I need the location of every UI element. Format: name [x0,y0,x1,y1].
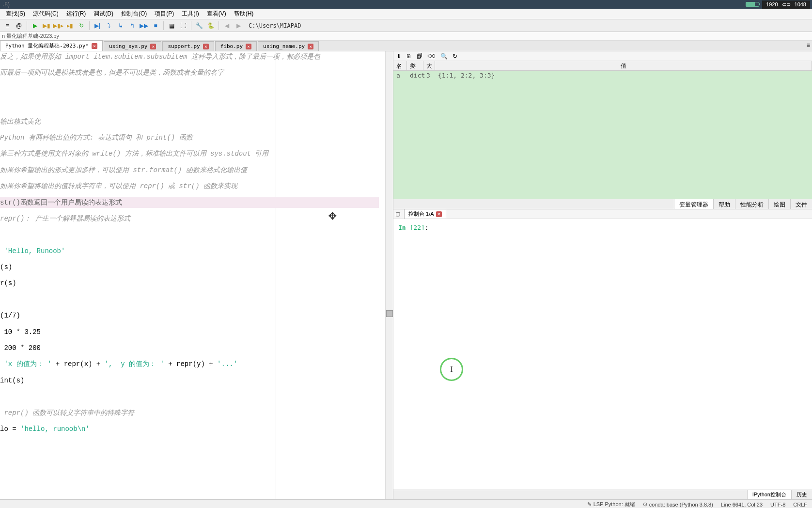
clear-icon[interactable]: ⌫ [427,53,436,60]
settings-icon[interactable]: 🔧 [194,20,204,31]
fullscreen-icon[interactable]: ⛶ [178,20,188,31]
close-icon[interactable]: ✕ [246,44,251,49]
tab-fibo[interactable]: fibo.py ✕ [215,41,257,51]
menubar: 查找(S) 源代码(C) 运行(R) 调试(D) 控制台(O) 项目(P) 工具… [0,9,812,19]
code-editor[interactable]: 反之，如果使用形如 import item.subitem.subsubitem… [0,51,393,499]
tab-ipython[interactable]: IPython控制台 [747,490,791,499]
close-icon[interactable]: ✕ [92,43,97,49]
tab-label: Python 量化编程基础-2023.py* [5,42,89,49]
console-options-icon[interactable]: ▢ [395,211,402,218]
tab-plots[interactable]: 绘图 [768,199,790,209]
tab-label: using_sys.py [109,43,147,49]
menu-help[interactable]: 帮助(H) [230,9,258,19]
tab-label: using_name.py [263,43,305,49]
search-icon[interactable]: 🔍 [440,53,448,60]
status-eol[interactable]: CRLF [793,502,807,508]
res-w: 1920 [766,1,778,7]
save-icon[interactable]: 🗎 [406,53,412,60]
prompt-num: [22] [409,224,424,231]
close-icon[interactable]: ✕ [436,211,442,217]
menu-console[interactable]: 控制台(O) [117,9,151,19]
run-cell-icon[interactable]: ▶▮ [41,20,52,31]
debug-step-icon[interactable]: ▶| [92,20,103,31]
run-icon[interactable]: ▶ [30,20,40,31]
col-type[interactable]: 类型 [407,61,423,70]
titlebar-text: .8) [3,1,10,8]
close-icon[interactable]: ✕ [150,44,156,49]
outline-icon[interactable]: ≡ [2,20,13,31]
tab-using-sys[interactable]: using_sys.py ✕ [104,41,161,51]
statusbar: ✎LSP Python: 就绪 ⊙conda: base (Python 3.8… [0,499,812,508]
editor-pane: 反之，如果使用形如 import item.subitem.subsubitem… [0,51,393,499]
prompt-in: In [398,224,409,231]
close-icon[interactable]: ✕ [203,44,209,49]
save-as-icon[interactable]: 🗐 [417,53,422,60]
run-cell-advance-icon[interactable]: ▶▮▸ [53,20,63,31]
tab-variables[interactable]: 变量管理器 [674,199,713,209]
continue-icon[interactable]: ▶▶ [139,20,149,31]
step-out-icon[interactable]: ↰ [127,20,138,31]
titlebar: .8) 1920 ⊂⊃ 1048 [0,0,812,9]
layout-icon[interactable]: ▦ [166,20,177,31]
toolbar: ≡ @ ▶ ▶▮ ▶▮▸ ▸▮ ↻ ▶| ⤵ ↳ ↰ ▶▶ ■ ▦ ⛶ 🔧 🐍 … [0,19,812,32]
conda-icon: ⊙ [643,501,647,508]
status-lsp[interactable]: ✎LSP Python: 就绪 [587,501,635,508]
menu-view[interactable]: 查看(V) [203,9,230,19]
tab-main[interactable]: Python 量化编程基础-2023.py* ✕ [0,40,103,51]
menu-tools[interactable]: 工具(I) [178,9,203,19]
forward-icon[interactable]: ▶ [233,20,244,31]
link-icon: ⊂⊃ [782,1,791,8]
scrollbar-thumb[interactable] [386,310,393,317]
breadcrumb-text: n 量化编程基础-2023.py [2,32,59,40]
tab-files[interactable]: 文件 [790,199,812,209]
close-icon[interactable]: ✕ [308,44,313,49]
back-icon[interactable]: ◀ [221,20,232,31]
tab-menu-icon[interactable]: ≡ [807,42,810,48]
step-over-icon[interactable]: ⤵ [104,20,114,31]
console-tab[interactable]: 控制台 1/A ✕ [404,209,446,219]
cell-value: {1:1, 2:2, 3:3} [435,72,812,79]
ipython-console[interactable]: In [22]: I [393,219,812,490]
tab-support[interactable]: support.py ✕ [162,41,214,51]
refresh-icon[interactable]: ↻ [453,53,457,60]
prompt-colon: : [425,224,429,231]
resolution-badge: 1920 ⊂⊃ 1048 [762,0,810,9]
step-into-icon[interactable]: ↳ [115,20,126,31]
col-name[interactable]: 名称 [393,61,407,70]
menu-debug[interactable]: 调试(D) [90,9,117,19]
status-position[interactable]: Line 6641, Col 23 [721,502,763,508]
stop-icon[interactable]: ■ [150,20,161,31]
python-path-icon[interactable]: 🐍 [205,20,216,31]
table-row[interactable]: a dict 3 {1:1, 2:2, 3:3} [393,71,812,80]
menu-find[interactable]: 查找(S) [2,9,29,19]
tab-profiler[interactable]: 性能分析 [735,199,768,209]
var-table-header: 名称 类型 大小 值 [393,61,812,71]
tab-history[interactable]: 历史 [791,490,812,499]
move-cursor-icon: ✥ [328,206,337,227]
run-selection-icon[interactable]: ▸▮ [64,20,75,31]
tab-using-name[interactable]: using_name.py ✕ [258,41,319,51]
tab-label: fibo.py [220,43,243,49]
status-conda[interactable]: ⊙conda: base (Python 3.8.8) [643,501,713,508]
menu-source[interactable]: 源代码(C) [29,9,62,19]
rerun-icon[interactable]: ↻ [76,20,87,31]
menu-run[interactable]: 运行(R) [62,9,90,19]
cell-size: 3 [423,72,435,79]
res-h: 1048 [795,1,806,7]
console-bottom-tabs: IPython控制台 历史 [393,490,812,499]
cell-name: a [393,72,407,79]
tab-label: support.py [168,43,200,49]
col-size[interactable]: 大小 [423,61,435,70]
menu-project[interactable]: 项目(P) [151,9,178,19]
console-tab-label: 控制台 1/A [408,210,434,218]
right-pane-tabs: 变量管理器 帮助 性能分析 绘图 文件 [393,199,812,209]
status-encoding[interactable]: UTF-8 [770,502,785,508]
tab-help[interactable]: 帮助 [713,199,735,209]
at-icon[interactable]: @ [14,20,24,31]
import-icon[interactable]: ⬇ [396,53,401,60]
var-table-body: a dict 3 {1:1, 2:2, 3:3} [393,71,812,199]
col-value[interactable]: 值 [435,61,812,70]
working-dir[interactable]: C:\Users\MIAPAD [249,22,301,29]
battery-icon [746,2,759,7]
editor-scrollbar[interactable] [385,51,393,499]
